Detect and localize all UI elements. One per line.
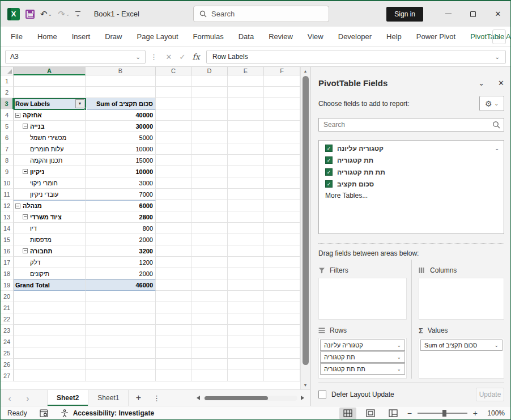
cell-B10[interactable]: 3000 [86,177,156,189]
cell-B6[interactable]: 5000 [86,132,156,143]
horizontal-scrollbar-thumb[interactable] [205,396,268,400]
scroll-up-icon[interactable]: ▲ [301,67,310,75]
cell-A15[interactable]: מדפסות [14,234,86,245]
collapse-minus-icon[interactable] [23,169,28,174]
cell-A10[interactable]: חומרי ניקוי [14,177,86,189]
cell-E27[interactable] [228,370,264,381]
field-item-2[interactable]: ✓תת תת קטגוריה [319,166,504,178]
more-tables-link[interactable]: More Tables... [319,190,504,201]
ribbon-tab-home[interactable]: Home [37,32,57,41]
formula-expand-chevron-icon[interactable]: ⌄ [495,54,500,60]
filters-area[interactable]: Filters [318,260,411,320]
cell-B13[interactable]: 2800 [86,211,156,223]
cell-F21[interactable] [264,302,300,313]
collapse-minus-icon[interactable] [23,214,28,219]
horizontal-scrollbar-track[interactable] [203,396,297,401]
cell-E25[interactable] [228,347,264,359]
row-header-15[interactable]: 15 [1,234,14,245]
column-header-d[interactable]: D [191,67,228,75]
cell-C24[interactable] [156,336,191,347]
cell-B1[interactable] [86,75,156,87]
field-checkbox[interactable]: ✓ [325,156,333,164]
cell-B21[interactable] [86,302,156,313]
cell-F16[interactable] [264,245,300,257]
cell-A8[interactable]: תכנון והקמה [14,155,86,166]
cell-B8[interactable]: 15000 [86,155,156,166]
cell-B15[interactable]: 2000 [86,234,156,245]
zoom-slider-handle[interactable] [442,410,446,417]
cell-B9[interactable]: 10000 [86,166,156,177]
row-header-6[interactable]: 6 [1,132,14,143]
pane-options-chevron-icon[interactable]: ⌄ [478,79,484,87]
undo-dropdown-icon[interactable]: ⌄ [48,11,53,17]
column-header-f[interactable]: F [264,67,300,75]
cell-F7[interactable] [264,143,300,155]
cell-D3[interactable] [191,98,228,109]
cell-C15[interactable] [156,234,191,245]
values-field-pill[interactable]: Sum of סכום תקציב⌄ [420,340,503,351]
cell-E13[interactable] [228,211,264,223]
cell-C26[interactable] [156,359,191,370]
cell-B24[interactable] [86,336,156,347]
row-header-24[interactable]: 24 [1,336,14,347]
columns-area[interactable]: Columns [411,260,504,320]
cell-D1[interactable] [191,75,228,87]
field-checkbox[interactable]: ✓ [325,168,333,176]
cell-B7[interactable]: 10000 [86,143,156,155]
cell-A22[interactable] [14,313,86,325]
cell-B4[interactable]: 40000 [86,109,156,121]
cell-D7[interactable] [191,143,228,155]
cell-D5[interactable] [191,121,228,132]
zoom-slider[interactable] [418,413,467,414]
horizontal-scrollbar[interactable] [197,396,304,401]
field-checkbox[interactable]: ✓ [325,145,333,152]
cell-D11[interactable] [191,189,228,200]
row-header-1[interactable]: 1 [1,75,14,87]
sheet-tab-sheet2[interactable]: Sheet2 [47,390,88,406]
cell-B2[interactable] [86,87,156,98]
search-box[interactable]: Search [193,6,329,22]
cell-D23[interactable] [191,325,228,336]
collapse-minus-icon[interactable] [15,113,20,118]
cell-C9[interactable] [156,166,191,177]
row-header-2[interactable]: 2 [1,87,14,98]
cell-D14[interactable] [191,223,228,234]
cell-F9[interactable] [264,166,300,177]
cell-F27[interactable] [264,370,300,381]
ribbon-tab-view[interactable]: View [308,32,323,41]
cell-D16[interactable] [191,245,228,257]
cell-C22[interactable] [156,313,191,325]
cell-E26[interactable] [228,359,264,370]
cell-A25[interactable] [14,347,86,359]
page-break-preview-button[interactable] [385,408,402,419]
cell-E2[interactable] [228,87,264,98]
cell-B22[interactable] [86,313,156,325]
cell-F18[interactable] [264,268,300,279]
column-header-e[interactable]: E [228,67,264,75]
cell-A2[interactable] [14,87,86,98]
cell-C12[interactable] [156,200,191,211]
column-header-b[interactable]: B [86,67,156,75]
cell-C11[interactable] [156,189,191,200]
row-header-19[interactable]: 19 [1,279,14,291]
cell-C18[interactable] [156,268,191,279]
row-header-8[interactable]: 8 [1,155,14,166]
cell-C14[interactable] [156,223,191,234]
cell-A11[interactable]: עובדי ניקיון [14,189,86,200]
cell-E14[interactable] [228,223,264,234]
cell-C7[interactable] [156,143,191,155]
cancel-button[interactable]: ✕ [162,53,176,61]
cell-E9[interactable] [228,166,264,177]
cell-E6[interactable] [228,132,264,143]
row-header-12[interactable]: 12 [1,200,14,211]
cell-C3[interactable] [156,98,191,109]
row-header-22[interactable]: 22 [1,313,14,325]
chevron-down-icon[interactable]: ⌄ [397,366,401,372]
row-header-5[interactable]: 5 [1,121,14,132]
minimize-button[interactable] [436,1,461,27]
cell-B25[interactable] [86,347,156,359]
rows-drop-zone[interactable]: קטגוריה עליונה⌄תת קטגוריה⌄תת תת קטגוריה⌄ [318,338,407,379]
rows-field-pill[interactable]: תת תת קטגוריה⌄ [320,363,405,375]
cell-D18[interactable] [191,268,228,279]
cell-A27[interactable] [14,370,86,381]
